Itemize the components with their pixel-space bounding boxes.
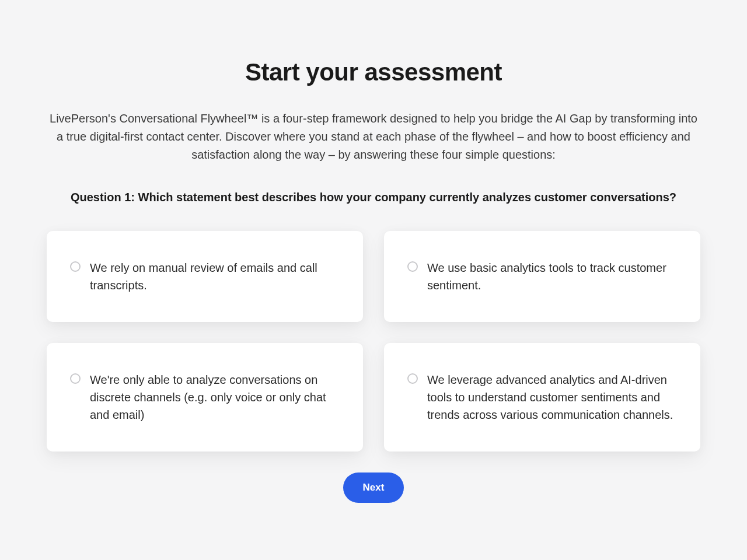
option-text: We leverage advanced analytics and AI-dr… (427, 371, 677, 424)
assessment-description: LivePerson's Conversational Flywheel™ is… (47, 110, 700, 164)
assessment-container: Start your assessment LivePerson's Conve… (35, 0, 712, 503)
option-text: We use basic analytics tools to track cu… (427, 259, 677, 294)
option-text: We rely on manual review of emails and c… (90, 259, 340, 294)
page-title: Start your assessment (47, 58, 700, 86)
radio-icon (70, 373, 81, 384)
next-button[interactable]: Next (343, 473, 404, 503)
option-text: We're only able to analyze conversations… (90, 371, 340, 424)
option-card-1[interactable]: We rely on manual review of emails and c… (47, 231, 363, 322)
question-text: Question 1: Which statement best describ… (47, 191, 700, 204)
option-card-4[interactable]: We leverage advanced analytics and AI-dr… (384, 343, 700, 452)
option-card-3[interactable]: We're only able to analyze conversations… (47, 343, 363, 452)
radio-icon (70, 261, 81, 272)
radio-icon (407, 261, 418, 272)
option-card-2[interactable]: We use basic analytics tools to track cu… (384, 231, 700, 322)
button-wrap: Next (47, 473, 700, 503)
options-grid: We rely on manual review of emails and c… (47, 231, 700, 452)
radio-icon (407, 373, 418, 384)
